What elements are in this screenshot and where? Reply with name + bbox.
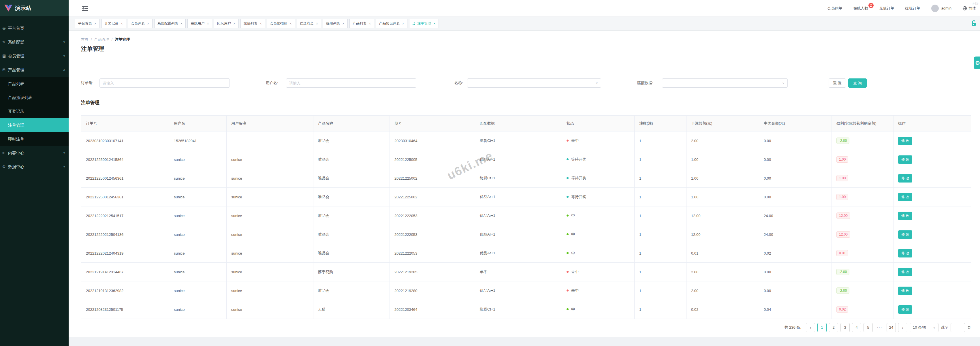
page-number-button[interactable]: 5 <box>864 323 873 332</box>
view-tab[interactable]: 充值列表× <box>240 19 265 28</box>
cell-profit: 0.02 <box>832 300 894 319</box>
unlock-icon[interactable] <box>971 20 976 28</box>
next-page-button[interactable]: › <box>898 323 907 332</box>
page-number-button[interactable]: 1 <box>818 323 827 332</box>
profit-badge: 1.00 <box>837 175 848 181</box>
chevron-down-icon: ∨ <box>782 81 784 85</box>
close-icon[interactable]: × <box>260 21 262 26</box>
topbar-link[interactable]: 会员购单 <box>827 6 842 11</box>
cell-order-no: 202212220212504136 <box>81 225 169 244</box>
close-icon[interactable]: × <box>369 21 371 26</box>
view-tab[interactable]: 产品预设列表× <box>376 19 408 28</box>
view-tab[interactable]: 产品列表× <box>350 19 374 28</box>
cell-bet-count: 1 <box>635 131 686 150</box>
name-select[interactable]: ∨ <box>467 78 601 88</box>
breadcrumb-item[interactable]: 首页 <box>81 37 89 41</box>
order-no-input[interactable] <box>99 78 230 88</box>
user-menu[interactable]: admin <box>931 5 951 12</box>
tab-label: 注单管理 <box>417 21 431 26</box>
close-icon[interactable]: × <box>180 21 183 26</box>
cell-profit: 1.00 <box>832 150 894 169</box>
view-tab[interactable]: 赠送彩金× <box>297 19 321 28</box>
sidebar-item[interactable]: ◎平台首页 <box>0 21 68 35</box>
edit-button[interactable]: 修 改 <box>898 212 912 220</box>
cell-order-no: 202212250012456361 <box>81 188 169 206</box>
cell-bet-count: 1 <box>635 188 686 206</box>
cell-username: sunice <box>169 206 227 225</box>
view-tab[interactable]: 提现列表× <box>323 19 348 28</box>
more-pages-button[interactable]: ··· <box>875 323 884 332</box>
close-icon[interactable]: × <box>290 21 292 26</box>
edit-button[interactable]: 修 改 <box>898 230 912 239</box>
cell-bet-count: 1 <box>635 244 686 263</box>
close-icon[interactable]: × <box>402 21 404 26</box>
topbar-link[interactable]: 提现订单 <box>905 6 920 11</box>
edit-button[interactable]: 修 改 <box>898 305 912 314</box>
breadcrumb-item: 注单管理 <box>115 37 130 41</box>
close-icon[interactable]: × <box>121 21 123 26</box>
sidebar-item-label: 产品管理 <box>8 67 24 72</box>
sidebar-collapse-icon[interactable] <box>82 6 88 11</box>
view-tab[interactable]: 会员列表× <box>128 19 153 28</box>
sidebar-item[interactable]: ✎系统配置∨ <box>0 35 68 49</box>
edit-button[interactable]: 修 改 <box>898 137 912 145</box>
sidebar-item[interactable]: ⊞产品管理∧ <box>0 63 68 77</box>
prev-page-button[interactable]: ‹ <box>806 323 815 332</box>
status-dot-icon <box>566 215 569 217</box>
sidebar-item[interactable]: ≡内容中心∨ <box>0 146 68 160</box>
close-icon[interactable]: × <box>94 21 97 26</box>
page-number-button[interactable]: 2 <box>829 323 838 332</box>
reset-button[interactable]: 重 置 <box>829 78 846 88</box>
page-size-select[interactable]: 10 条/页 ∨ <box>910 323 939 332</box>
cell-remark: sunice <box>227 188 313 206</box>
view-tab[interactable]: 开奖记录× <box>102 19 126 28</box>
topbar-link[interactable]: 在线人数2 <box>853 6 869 11</box>
logo[interactable]: 演示站 <box>0 0 68 16</box>
page-number-button[interactable]: 4 <box>852 323 861 332</box>
sidebar-subitem[interactable]: 即时注单 <box>0 132 68 146</box>
edit-button[interactable]: 修 改 <box>898 193 912 201</box>
username-input[interactable] <box>286 78 416 88</box>
jump-page-input[interactable] <box>951 323 965 332</box>
close-icon[interactable]: × <box>342 21 345 26</box>
sidebar-subitem[interactable]: 开奖记录 <box>0 104 68 118</box>
close-icon[interactable]: × <box>433 21 436 26</box>
view-tab[interactable]: 系统配置列表× <box>154 19 186 28</box>
cell-bet-count: 1 <box>635 263 686 281</box>
cell-bet-total: 2.00 <box>686 263 759 281</box>
match-data-select[interactable]: ∨ <box>662 78 788 88</box>
close-icon[interactable]: × <box>316 21 318 26</box>
cell-bet-total: 0.02 <box>686 300 759 319</box>
cell-username: sunice <box>169 169 227 188</box>
topbar-link[interactable]: 充值订单 <box>880 6 894 11</box>
view-tab[interactable]: 陪玩用户× <box>214 19 239 28</box>
sidebar-subitem[interactable]: 注单管理 <box>0 118 68 132</box>
edit-button[interactable]: 修 改 <box>898 155 912 164</box>
edit-button[interactable]: 修 改 <box>898 268 912 276</box>
cell-remark: sunice <box>227 206 313 225</box>
view-tab[interactable]: 会员加扣款× <box>267 19 295 28</box>
breadcrumb-item[interactable]: 产品管理 <box>94 37 109 41</box>
view-tab[interactable]: 平台首页× <box>75 19 100 28</box>
search-button[interactable]: 查 询 <box>848 78 867 88</box>
edit-button[interactable]: 修 改 <box>898 174 912 182</box>
close-icon[interactable]: × <box>207 21 209 26</box>
edit-button[interactable]: 修 改 <box>898 249 912 257</box>
view-tab[interactable]: 注单管理× <box>409 19 439 28</box>
sidebar-subitem[interactable]: 产品预设列表 <box>0 91 68 104</box>
sidebar-item[interactable]: ▦会员管理∨ <box>0 49 68 63</box>
tab-label: 会员列表 <box>131 21 145 26</box>
sidebar-item[interactable]: ⊙数据中心∨ <box>0 160 68 174</box>
language-switch[interactable]: 简体 <box>963 6 976 11</box>
tab-label: 会员加扣款 <box>270 21 287 26</box>
sidebar-subitem[interactable]: 产品列表 <box>0 77 68 91</box>
cell-bet-total: 0.01 <box>686 244 759 263</box>
settings-gear-button[interactable]: ⚙ <box>974 56 980 69</box>
page-number-button[interactable]: 3 <box>840 323 850 332</box>
edit-button[interactable]: 修 改 <box>898 287 912 295</box>
close-icon[interactable]: × <box>233 21 235 26</box>
close-icon[interactable]: × <box>147 21 150 26</box>
view-tab[interactable]: 在线用户× <box>188 19 212 28</box>
page-number-button[interactable]: 24 <box>886 323 896 332</box>
tab-label: 平台首页 <box>78 21 92 26</box>
